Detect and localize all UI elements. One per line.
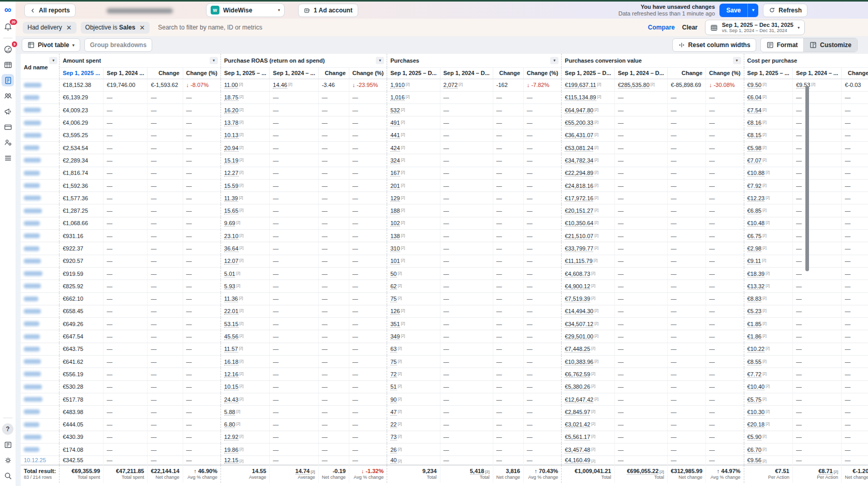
- metric-value-link[interactable]: €24,818.16: [565, 183, 593, 189]
- ad-name-cell[interactable]: [21, 242, 60, 255]
- search-filter-input[interactable]: Search to filter by name, ID or metrics: [158, 24, 643, 31]
- metric-value-link[interactable]: 11.36: [224, 296, 238, 302]
- column-header[interactable]: Sep 1, 2025 – ...: [744, 67, 792, 79]
- table-row[interactable]: €662.10———11.36[2]———75[2]———€7,519.39[2…: [21, 292, 868, 305]
- column-header[interactable]: Change: [667, 67, 705, 79]
- table-row[interactable]: €483.98———5.88[2]———47[2]———€2,845.97[2]…: [21, 406, 868, 418]
- ad-name-cell[interactable]: [21, 305, 60, 317]
- metric-value-link[interactable]: €7.07: [747, 157, 762, 164]
- metric-value-link[interactable]: €6.85: [747, 208, 762, 214]
- filter-pill-objective-sales[interactable]: Objective is Sales ✕: [81, 22, 150, 34]
- metric-value-link[interactable]: 5.88: [224, 409, 235, 416]
- more-menu-icon[interactable]: [2, 152, 14, 164]
- metric-value-link[interactable]: €20,151.27: [565, 208, 593, 214]
- metric-value-link[interactable]: 2,072: [444, 82, 458, 89]
- chevron-down-icon[interactable]: ▾: [376, 57, 384, 64]
- metric-value-link[interactable]: 9.69: [224, 220, 235, 227]
- metric-value-link[interactable]: 23.10: [224, 233, 239, 240]
- metric-value-link[interactable]: 22.01: [224, 308, 239, 315]
- metric-value-link[interactable]: €22,294.89: [565, 170, 593, 176]
- metric-value-link[interactable]: €199,637.11: [565, 82, 596, 89]
- metric-value-link[interactable]: 15.65: [224, 208, 239, 214]
- table-row[interactable]: €922.37———36.64[2]———310[2]———€33,799.77…: [21, 242, 868, 255]
- table-row[interactable]: €920.57———12.07[2]———101[2]———€11,115.79…: [21, 255, 868, 267]
- column-header[interactable]: Change: [842, 67, 868, 79]
- metric-value-link[interactable]: 73: [390, 434, 396, 440]
- metric-value-link[interactable]: 40: [390, 457, 396, 464]
- column-header[interactable]: Change: [148, 67, 183, 79]
- reset-column-widths-button[interactable]: Reset column widths: [672, 38, 756, 52]
- metric-value-link[interactable]: €21,510.07: [565, 233, 593, 240]
- metric-value-link[interactable]: €9.50: [747, 82, 762, 89]
- ad-name-cell[interactable]: [21, 116, 60, 129]
- ad-name-cell[interactable]: [21, 280, 60, 292]
- metric-value-link[interactable]: 16.20: [224, 107, 239, 114]
- chevron-down-icon[interactable]: ▾: [550, 57, 558, 64]
- save-split-button[interactable]: Save ▾: [719, 4, 758, 17]
- date-range-selector[interactable]: Sep 1, 2025 – Dec 31, 2025 vs. Sep 1, 20…: [705, 20, 805, 35]
- metric-value-link[interactable]: 11.39: [224, 195, 238, 202]
- metric-value-link[interactable]: 129: [390, 195, 400, 202]
- business-account-selector[interactable]: w WideWise ▾: [206, 3, 285, 17]
- metric-value-link[interactable]: €20.18: [747, 421, 765, 428]
- metric-value-link[interactable]: 102: [390, 220, 400, 227]
- metric-value-link[interactable]: €6.70: [747, 447, 762, 453]
- metric-value-link[interactable]: 310: [390, 245, 400, 252]
- ad-account-filter-button[interactable]: 1 Ad account: [298, 4, 358, 17]
- metric-value-link[interactable]: €29,501.00: [565, 333, 593, 340]
- column-header[interactable]: Change: [318, 67, 349, 79]
- metric-value-link[interactable]: €17,972.16: [565, 195, 593, 202]
- ad-name-cell[interactable]: [21, 343, 60, 355]
- metric-value-link[interactable]: €6.75: [747, 233, 762, 240]
- metric-value-link[interactable]: 90: [390, 396, 396, 403]
- table-row[interactable]: €1,592.36———15.59[2]———201[2]———€24,818.…: [21, 179, 868, 192]
- whats-new-icon[interactable]: [2, 438, 14, 451]
- metric-value-link[interactable]: €4,608.73: [565, 271, 590, 277]
- metric-value-link[interactable]: 5.93: [224, 283, 235, 290]
- metric-value-link[interactable]: 1,016: [390, 94, 405, 101]
- metric-value-link[interactable]: €55,200.33: [565, 120, 593, 126]
- column-header[interactable]: Change: [493, 67, 523, 79]
- ad-name-cell[interactable]: [21, 154, 60, 167]
- metric-value-link[interactable]: €1.85: [747, 321, 762, 328]
- table-row[interactable]: €919.59———5.01[2]———50[2]———€4,608.73[2]…: [21, 267, 868, 279]
- table-row[interactable]: €444.05———6.80[2]———22[2]———€3,021.42[2]…: [21, 418, 868, 431]
- ad-name-cell[interactable]: [21, 91, 60, 104]
- metric-value-link[interactable]: 19.86: [224, 447, 239, 453]
- metric-value-link[interactable]: 491: [390, 120, 400, 126]
- metric-value-link[interactable]: 63: [390, 346, 396, 352]
- search-icon[interactable]: [2, 469, 14, 482]
- metric-value-link[interactable]: 201: [390, 183, 400, 189]
- metric-value-link[interactable]: €12,647.42: [565, 396, 593, 403]
- metric-value-link[interactable]: €14,494.30: [565, 308, 593, 315]
- table-row[interactable]: €2,534.54———20.94[2]———424[2]———€53,081.…: [21, 141, 868, 154]
- column-header[interactable]: Change (%): [349, 67, 387, 79]
- vertical-scrollbar[interactable]: [805, 86, 809, 271]
- metric-value-link[interactable]: €64,947.80: [565, 107, 593, 114]
- table-row[interactable]: €641.62———16.18[2]———75[2]———€10,383.96[…: [21, 356, 868, 368]
- remove-filter-icon[interactable]: ✕: [66, 24, 72, 31]
- metric-value-link[interactable]: €13.32: [747, 283, 765, 290]
- metric-value-link[interactable]: €10.88: [747, 170, 765, 176]
- ad-name-cell[interactable]: [21, 217, 60, 229]
- metric-value-link[interactable]: €10.30: [747, 409, 765, 416]
- metric-value-link[interactable]: €7.72: [747, 371, 762, 378]
- column-header[interactable]: Change (%): [183, 67, 221, 79]
- metric-value-link[interactable]: €8.55: [747, 359, 762, 365]
- metric-value-link[interactable]: 62: [390, 283, 396, 290]
- ad-name-cell[interactable]: [21, 292, 60, 305]
- metric-value-link[interactable]: €5,380.26: [565, 384, 590, 390]
- metric-group-header[interactable]: Amount spent▾: [60, 54, 221, 67]
- metric-value-link[interactable]: 126: [390, 308, 400, 315]
- metric-value-link[interactable]: 10.13: [224, 132, 239, 139]
- metric-value-link[interactable]: €6,762.59: [565, 371, 590, 378]
- table-row[interactable]: €825.92———5.93[2]———62[2]———€4,900.12[2]…: [21, 280, 868, 292]
- refresh-button[interactable]: Refresh: [763, 4, 807, 17]
- ad-name-cell[interactable]: [21, 444, 60, 456]
- table-row[interactable]: €4,009.23———16.20[2]———532[2]———€64,947.…: [21, 104, 868, 116]
- metric-value-link[interactable]: 50: [390, 271, 396, 277]
- ad-name-cell[interactable]: 10.12.25: [21, 456, 60, 465]
- ad-name-cell[interactable]: [21, 255, 60, 267]
- metric-value-link[interactable]: 12.16: [224, 371, 239, 378]
- account-settings-icon[interactable]: [2, 136, 14, 149]
